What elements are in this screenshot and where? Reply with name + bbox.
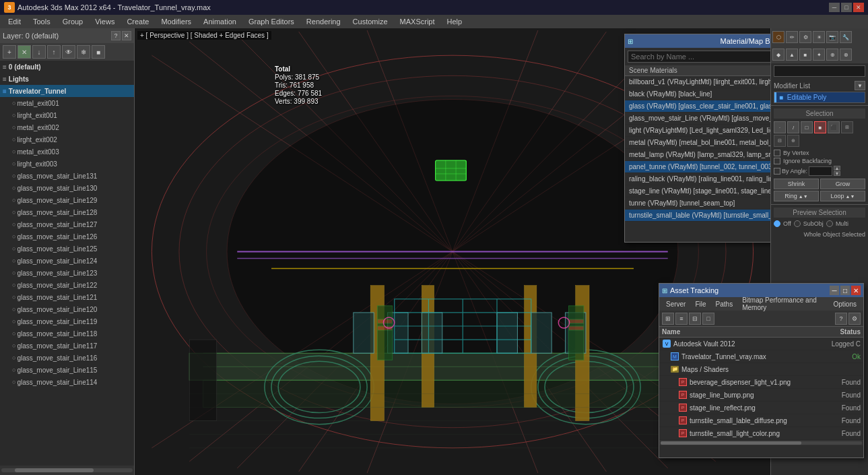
- menu-customize[interactable]: Customize: [347, 16, 393, 27]
- layer-item-glass-120[interactable]: ○glass_move_stair_Line120: [0, 303, 134, 315]
- layer-render-btn[interactable]: ■: [92, 45, 105, 59]
- by-angle-checkbox[interactable]: [774, 168, 780, 175]
- mat-item-6[interactable]: metal_lamp (VRayMtl) [lamp_smal329, lamp…: [625, 149, 770, 161]
- layer-item-lirght-exit002[interactable]: ○lirght_exit002: [0, 133, 134, 146]
- layer-new-btn[interactable]: +: [3, 45, 16, 59]
- layer-item-glass-130[interactable]: ○glass_move_stair_Line130: [0, 182, 134, 194]
- mat-item-10[interactable]: tunne (VRayMtl) [tunnel_seam_top]: [625, 197, 770, 210]
- rp-icon-1[interactable]: ⬡: [772, 31, 784, 43]
- menu-maxscript[interactable]: MAXScript: [395, 16, 440, 27]
- mat-item-12[interactable]: turnstile_small_light (VRayLightMtl) [tu…: [625, 222, 770, 224]
- asset-tb-3[interactable]: ⊟: [689, 313, 701, 325]
- asset-row-max[interactable]: M Travelator_Tunnel_vray.max Ok: [659, 350, 863, 363]
- modifier-list-dropdown[interactable]: ▼: [855, 81, 865, 90]
- mat-item-9[interactable]: stage_line (VRayMtl) [stage_line001, sta…: [625, 185, 770, 197]
- layer-item-lirght-exit001[interactable]: ○lirght_exit001: [0, 109, 134, 121]
- layer-item-glass-127[interactable]: ○glass_move_stair_Line127: [0, 218, 134, 230]
- asset-menu-paths[interactable]: Paths: [712, 300, 737, 309]
- layer-item-travelator[interactable]: ≡ Travelator_Tunnel: [0, 85, 134, 97]
- sel-edge-btn[interactable]: /: [787, 121, 799, 133]
- rp-icon-6[interactable]: 🔧: [840, 31, 852, 43]
- modifier-item-editable-poly[interactable]: ■ Editable Poly: [774, 92, 865, 102]
- layer-item-glass-115[interactable]: ○glass_move_stair_Line115: [0, 364, 134, 376]
- sel-extra-1[interactable]: ⊞: [841, 121, 853, 133]
- layer-item-glass-118[interactable]: ○glass_move_stair_Line118: [0, 327, 134, 340]
- ring-button[interactable]: Ring ▲▼: [774, 191, 819, 201]
- layer-item-0[interactable]: ≡ 0 (default): [0, 61, 134, 73]
- layer-item-glass-128[interactable]: ○glass_move_stair_Line128: [0, 206, 134, 218]
- layer-item-glass-117[interactable]: ○glass_move_stair_Line117: [0, 340, 134, 352]
- asset-tb-2[interactable]: ≡: [675, 313, 688, 325]
- asset-close-btn[interactable]: ✕: [851, 286, 861, 295]
- layer-item-metal-exit003[interactable]: ○metal_exit003: [0, 146, 134, 158]
- mat-item-2[interactable]: glass (VRayMtl) [glass_clear_stair_line0…: [625, 100, 770, 113]
- layer-close-btn[interactable]: ✕: [122, 31, 131, 40]
- ignore-backfacing-checkbox[interactable]: [774, 158, 780, 164]
- layer-item-metal-exit002[interactable]: ○metal_exit002: [0, 121, 134, 133]
- menu-graph-editors[interactable]: Graph Editors: [243, 16, 300, 27]
- menu-views[interactable]: Views: [90, 16, 120, 27]
- mat-item-7[interactable]: panel_tunne (VRayMtl) [tunnel_002, tunne…: [625, 161, 770, 173]
- layer-item-glass-122[interactable]: ○glass_move_stair_Line122: [0, 279, 134, 291]
- layer-hide-btn[interactable]: 👁: [62, 45, 75, 59]
- sel-border-btn[interactable]: □: [801, 121, 813, 133]
- rp-icon-7[interactable]: ◆: [772, 49, 784, 61]
- asset-row-png-2[interactable]: P stage_line_bump.png Found: [659, 389, 863, 402]
- asset-scrollbar[interactable]: [659, 440, 863, 445]
- asset-row-png-5[interactable]: P turnstile_small_light_color.png Found: [659, 427, 863, 440]
- sel-extra-3[interactable]: ⊕: [787, 135, 799, 147]
- mat-item-11[interactable]: turnstile_small_lable (VRayMtl) [turnsti…: [625, 210, 770, 222]
- mat-search-input[interactable]: [628, 51, 770, 63]
- asset-menu-options[interactable]: Options: [830, 300, 861, 309]
- shrink-button[interactable]: Shrink: [774, 179, 819, 189]
- layer-item-glass-116[interactable]: ○glass_move_stair_Line116: [0, 352, 134, 364]
- mat-item-3[interactable]: glass_move_stair_Line (VRayMtl) [glass_m…: [625, 113, 770, 125]
- layer-delete-btn[interactable]: ✕: [18, 45, 31, 59]
- rp-icon-9[interactable]: ■: [799, 49, 811, 61]
- sel-extra-2[interactable]: ⊟: [774, 135, 786, 147]
- layer-item-glass-121[interactable]: ○glass_move_stair_Line121: [0, 291, 134, 303]
- asset-row-png-1[interactable]: P beverage_dispenser_light_v1.png Found: [659, 376, 863, 389]
- mat-item-0[interactable]: billboard_v1 (VRayLightMtl) [lirght_exit…: [625, 76, 770, 88]
- layer-item-lights[interactable]: ≡ Lights: [0, 73, 134, 85]
- close-button[interactable]: ✕: [853, 3, 864, 12]
- rp-icon-10[interactable]: ✦: [813, 49, 825, 61]
- layer-sel-objs-btn[interactable]: ↑: [47, 45, 61, 59]
- layer-help-btn[interactable]: ?: [111, 31, 121, 40]
- layer-item-glass-119[interactable]: ○glass_move_stair_Line119: [0, 315, 134, 327]
- rp-icon-2[interactable]: ✏: [786, 31, 798, 43]
- layer-item-glass-126[interactable]: ○glass_move_stair_Line126: [0, 230, 134, 243]
- preview-multi-radio[interactable]: [826, 220, 833, 227]
- asset-menu-server[interactable]: Server: [662, 300, 690, 309]
- asset-minimize-btn[interactable]: ─: [830, 286, 839, 295]
- asset-maximize-btn[interactable]: □: [840, 286, 850, 295]
- menu-tools[interactable]: Tools: [28, 16, 56, 27]
- mat-item-1[interactable]: black (VRayMtl) [black_line]: [625, 88, 770, 100]
- minimize-button[interactable]: ─: [829, 3, 840, 12]
- layer-item-glass-125[interactable]: ○glass_move_stair_Line125: [0, 243, 134, 255]
- angle-down[interactable]: ▼: [834, 171, 840, 176]
- asset-menu-bitmap[interactable]: Bitmap Performance and Memory: [738, 296, 828, 312]
- rp-icon-5[interactable]: 📷: [826, 31, 838, 43]
- asset-tb-settings[interactable]: ⚙: [848, 313, 861, 325]
- maximize-button[interactable]: □: [841, 3, 852, 12]
- asset-tb-1[interactable]: ⊞: [662, 313, 674, 325]
- menu-rendering[interactable]: Rendering: [301, 16, 346, 27]
- layer-item-glass-131[interactable]: ○glass_move_stair_Line131: [0, 170, 134, 182]
- layer-item-glass-124[interactable]: ○glass_move_stair_Line124: [0, 255, 134, 267]
- grow-button[interactable]: Grow: [820, 179, 865, 189]
- asset-row-vault[interactable]: V Autodesk Vault 2012 Logged C: [659, 338, 863, 350]
- preview-subobj-radio[interactable]: [794, 220, 801, 227]
- asset-menu-file[interactable]: File: [691, 300, 710, 309]
- asset-tb-help[interactable]: ?: [835, 313, 847, 325]
- layer-scroll-bar[interactable]: [0, 466, 134, 475]
- layer-item-glass-129[interactable]: ○glass_move_stair_Line129: [0, 194, 134, 206]
- asset-row-folder[interactable]: 📁 Maps / Shaders: [659, 363, 863, 376]
- sel-poly-btn[interactable]: ■: [814, 121, 826, 133]
- sel-element-btn[interactable]: ⬛: [828, 121, 840, 133]
- mat-item-5[interactable]: metal (VRayMtl) [metal_bol_line001, meta…: [625, 137, 770, 149]
- rp-icon-8[interactable]: ▲: [786, 49, 798, 61]
- asset-row-png-4[interactable]: P turnstile_small_lable_diffuse.png Foun…: [659, 414, 863, 427]
- mat-item-8[interactable]: raling_black (VRayMtl) [raling_line001, …: [625, 173, 770, 185]
- rp-icon-12[interactable]: ⊗: [840, 49, 852, 61]
